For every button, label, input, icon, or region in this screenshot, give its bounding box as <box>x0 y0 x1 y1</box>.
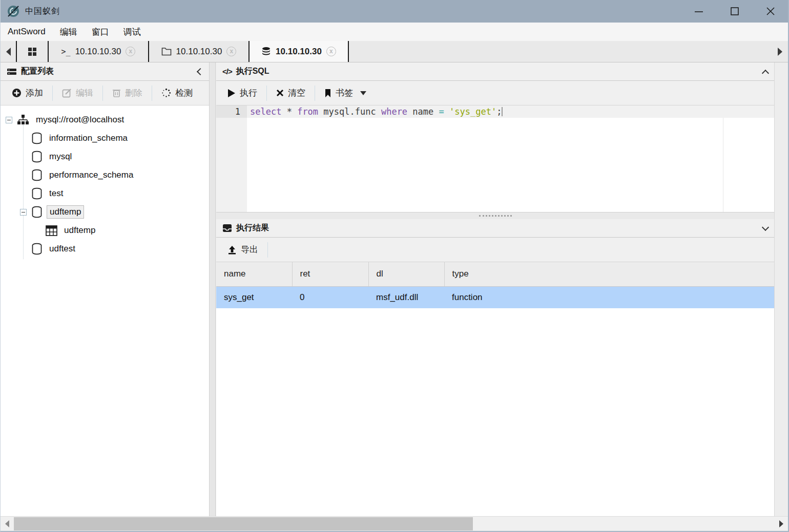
database-icon <box>261 47 271 57</box>
list-icon <box>7 68 17 76</box>
table-row-selected[interactable]: sys_get 0 msf_udf.dll function <box>216 286 774 308</box>
tab-database-label: 10.10.10.30 <box>276 47 322 57</box>
tree-node-label: performance_schema <box>47 169 136 181</box>
sidebar-panel: 配置列表 添加 编辑 <box>1 62 210 516</box>
tree-node-database-selected[interactable]: udftemp <box>1 203 209 221</box>
collapse-sql-panel-icon[interactable] <box>762 69 769 76</box>
window-controls <box>689 0 781 23</box>
inbox-icon <box>222 224 232 232</box>
splitter-grip-icon <box>479 215 512 217</box>
sql-code-line: select * from mysql.func where name = 's… <box>247 105 774 118</box>
collapse-toggle-icon[interactable] <box>20 209 27 216</box>
run-sql-button[interactable]: 执行 <box>218 86 266 101</box>
tree-node-label: information_schema <box>47 132 130 144</box>
close-button[interactable] <box>760 2 781 20</box>
sql-keyword: from <box>297 107 318 117</box>
sidebar-toolbar: 添加 编辑 <box>1 81 209 105</box>
database-icon <box>31 243 43 255</box>
tab-terminal[interactable]: >_ 10.10.10.30 x <box>48 41 148 62</box>
collapse-sidebar-icon[interactable] <box>197 68 204 75</box>
editor-code-area[interactable]: select * from mysql.func where name = 's… <box>247 105 774 212</box>
tree-node-database[interactable]: information_schema <box>1 129 209 147</box>
scroll-right-arrow[interactable] <box>775 517 788 531</box>
maximize-button[interactable] <box>724 2 745 20</box>
title-bar: 中国蚁剑 <box>1 0 788 23</box>
results-panel-header: 执行结果 <box>216 219 774 238</box>
column-header-type[interactable]: type <box>444 262 774 286</box>
sidebar-title: 配置列表 <box>21 66 54 77</box>
tab-close-icon[interactable]: x <box>226 47 236 56</box>
tree-node-label: mysql <box>47 151 74 163</box>
triangle-right-icon <box>779 520 783 527</box>
tree-node-database[interactable]: udftest <box>1 240 209 258</box>
collapse-toggle-icon[interactable] <box>6 117 12 123</box>
cell-name: sys_get <box>216 286 292 308</box>
line-number: 1 <box>216 105 247 118</box>
menu-debug[interactable]: 调试 <box>121 25 143 39</box>
antsword-logo-icon <box>7 5 20 18</box>
menu-window[interactable]: 窗口 <box>90 25 111 39</box>
tab-close-icon[interactable]: x <box>126 47 135 56</box>
export-button[interactable]: 导出 <box>218 242 267 258</box>
tab-bar: >_ 10.10.10.30 x 10.10.10.30 x 10.10.10.… <box>1 41 788 62</box>
sql-keyword: select <box>250 107 281 117</box>
database-icon <box>31 132 43 144</box>
tree-node-label: udftemp <box>47 205 84 219</box>
editor-gutter: 1 <box>216 105 247 212</box>
tree-node-database[interactable]: mysql <box>1 147 209 166</box>
horizontal-splitter[interactable] <box>216 212 774 219</box>
check-button[interactable]: 检测 <box>152 86 202 101</box>
bookmark-icon <box>324 89 331 98</box>
tree-node-database[interactable]: test <box>1 184 209 203</box>
sitemap-icon <box>17 114 29 125</box>
results-header-row: name ret dl type <box>216 262 774 286</box>
tree-node-database[interactable]: performance_schema <box>1 166 209 184</box>
vertical-splitter[interactable] <box>210 62 216 516</box>
delete-button[interactable]: 删除 <box>103 86 152 101</box>
spinner-icon <box>161 88 171 98</box>
right-scroll-gutter <box>774 62 788 516</box>
cell-ret: 0 <box>292 286 368 308</box>
config-tree: mysql://root@localhost information_schem… <box>1 105 209 258</box>
folder-icon <box>161 47 172 56</box>
column-header-name[interactable]: name <box>216 262 292 286</box>
table-icon <box>46 225 57 236</box>
scrollbar-thumb[interactable] <box>14 517 473 530</box>
tab-database[interactable]: 10.10.10.30 x <box>248 41 349 62</box>
clear-sql-button[interactable]: 清空 <box>267 86 315 101</box>
triangle-left-icon <box>5 520 9 527</box>
tree-node-table[interactable]: udftemp <box>1 221 209 240</box>
tab-files[interactable]: 10.10.10.30 x <box>148 41 248 62</box>
window-title: 中国蚁剑 <box>25 6 60 17</box>
sql-editor[interactable]: 1 select * from mysql.func where name = … <box>216 105 774 212</box>
scroll-left-arrow[interactable] <box>1 517 14 531</box>
tree-node-connection[interactable]: mysql://root@localhost <box>1 111 209 129</box>
add-button[interactable]: 添加 <box>3 86 52 101</box>
column-header-ret[interactable]: ret <box>292 262 368 286</box>
minimize-button[interactable] <box>689 2 709 20</box>
horizontal-scrollbar[interactable] <box>1 516 788 530</box>
sql-panel-title: 执行SQL <box>236 66 269 77</box>
tab-scroll-right[interactable] <box>773 41 787 62</box>
edit-button[interactable]: 编辑 <box>53 86 102 101</box>
terminal-icon: >_ <box>61 47 71 56</box>
collapse-results-panel-icon[interactable] <box>762 223 769 230</box>
x-icon <box>276 89 284 97</box>
tab-files-label: 10.10.10.30 <box>176 47 222 57</box>
results-panel-title: 执行结果 <box>236 223 269 233</box>
menu-edit[interactable]: 编辑 <box>58 25 79 39</box>
bookmark-button[interactable]: 书签 <box>315 86 376 101</box>
database-icon <box>31 206 43 218</box>
results-toolbar: 导出 <box>216 238 774 262</box>
column-header-dl[interactable]: dl <box>368 262 444 286</box>
tab-home[interactable] <box>16 41 48 62</box>
caret-down-icon <box>360 91 366 95</box>
tab-scroll-left[interactable] <box>1 41 16 62</box>
tab-close-icon[interactable]: x <box>326 47 336 56</box>
database-icon <box>31 169 43 181</box>
main-area: 配置列表 添加 编辑 <box>1 62 788 516</box>
triangle-left-icon <box>6 48 11 56</box>
upload-icon <box>227 245 237 254</box>
database-icon <box>31 151 43 163</box>
menu-antsword[interactable]: AntSword <box>6 26 48 38</box>
